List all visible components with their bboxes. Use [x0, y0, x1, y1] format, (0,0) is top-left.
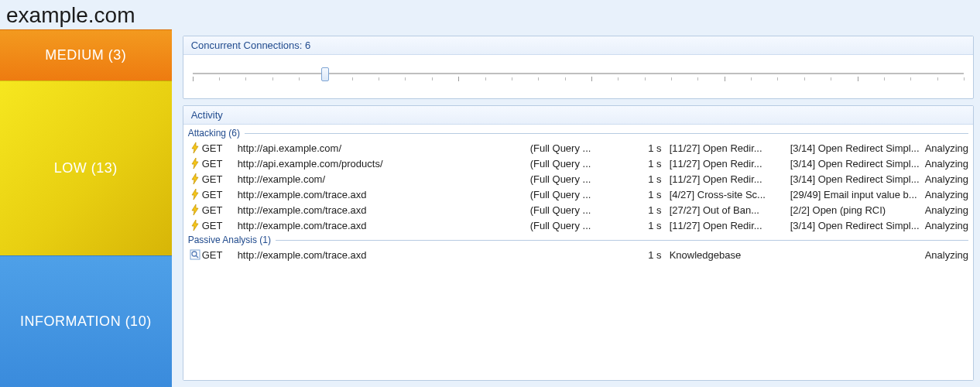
bolt-icon [188, 189, 202, 200]
page-title: example.com [0, 0, 980, 29]
group-label-text: Attacking (6) [188, 128, 240, 139]
cell-method: GET [202, 173, 238, 185]
cell-time: 1 s [634, 249, 670, 261]
severity-low[interactable]: LOW (13) [0, 80, 172, 255]
activity-row[interactable]: GEThttp://example.com/trace.axd(Full Que… [183, 187, 973, 202]
severity-medium-label: MEDIUM (3) [45, 47, 126, 63]
cell-status: Analyzing [925, 220, 968, 231]
activity-row[interactable]: GEThttp://api.example.com/(Full Query ..… [183, 140, 973, 156]
activity-row[interactable]: GEThttp://example.com/trace.axd(Full Que… [183, 202, 973, 217]
connections-slider[interactable] [193, 66, 964, 89]
cell-query: (Full Query ... [530, 158, 634, 170]
cell-status: Analyzing [925, 173, 968, 185]
severity-sidebar: MEDIUM (3) LOW (13) INFORMATION (10) [0, 29, 172, 387]
activity-row[interactable]: GEThttp://example.com/(Full Query ...1 s… [183, 171, 973, 187]
cell-time: 1 s [634, 173, 670, 185]
bolt-icon [188, 158, 202, 169]
cell-query: (Full Query ... [530, 173, 634, 185]
slider-thumb[interactable] [321, 67, 329, 81]
cell-method: GET [202, 249, 238, 261]
cell-method: GET [202, 189, 238, 200]
group-label-text: Passive Analysis (1) [188, 235, 271, 245]
cell-check2: [3/14] Open Redirect Simpl... [790, 220, 925, 231]
severity-information[interactable]: INFORMATION (10) [0, 255, 172, 387]
severity-medium[interactable]: MEDIUM (3) [0, 29, 172, 80]
cell-url: http://api.example.com/ [238, 142, 530, 154]
connections-header: Concurrent Connections: 6 [183, 36, 973, 55]
connections-panel: Concurrent Connections: 6 [183, 36, 974, 99]
cell-check1: [11/27] Open Redir... [670, 158, 790, 170]
activity-header: Activity [183, 106, 973, 125]
cell-check1: [11/27] Open Redir... [670, 173, 790, 185]
cell-method: GET [202, 142, 238, 154]
cell-status: Analyzing [925, 249, 968, 261]
svg-marker-0 [192, 142, 198, 153]
bolt-icon [188, 204, 202, 215]
cell-status: Analyzing [925, 142, 968, 154]
cell-check1: [4/27] Cross-site Sc... [670, 189, 790, 200]
cell-time: 1 s [634, 158, 670, 170]
search-icon [188, 249, 202, 260]
activity-row[interactable]: GEThttp://example.com/trace.axd(Full Que… [183, 217, 973, 233]
cell-query: (Full Query ... [530, 220, 634, 231]
group-label-attacking: Attacking (6) [183, 126, 973, 140]
cell-url: http://example.com/trace.axd [238, 249, 530, 261]
bolt-icon [188, 220, 202, 231]
svg-marker-1 [192, 158, 198, 169]
cell-status: Analyzing [925, 204, 968, 216]
svg-marker-4 [192, 204, 198, 215]
cell-url: http://example.com/trace.axd [238, 204, 530, 216]
severity-low-label: LOW (13) [54, 160, 118, 176]
group-label-passive: Passive Analysis (1) [183, 233, 973, 247]
cell-time: 1 s [634, 142, 670, 154]
cell-check1: [11/27] Open Redir... [670, 220, 790, 231]
cell-time: 1 s [634, 189, 670, 200]
cell-check1: Knowledgebase [670, 249, 790, 261]
cell-url: http://example.com/ [238, 173, 530, 185]
activity-body: Attacking (6)GEThttp://api.example.com/(… [183, 125, 973, 380]
cell-check1: [11/27] Open Redir... [670, 142, 790, 154]
cell-time: 1 s [634, 204, 670, 216]
slider-line [193, 73, 964, 74]
cell-check1: [27/27] Out of Ban... [670, 204, 790, 216]
slider-ticks [193, 77, 964, 89]
cell-query: (Full Query ... [530, 204, 634, 216]
cell-check2: [3/14] Open Redirect Simpl... [790, 158, 925, 170]
cell-method: GET [202, 158, 238, 170]
cell-time: 1 s [634, 220, 670, 231]
cell-check2: [29/49] Email input value b... [790, 189, 925, 200]
cell-status: Analyzing [925, 158, 968, 170]
cell-query: (Full Query ... [530, 189, 634, 200]
cell-url: http://api.example.com/products/ [238, 158, 530, 170]
cell-method: GET [202, 220, 238, 231]
cell-check2: [2/2] Open (ping RCI) [790, 204, 925, 216]
cell-method: GET [202, 204, 238, 216]
svg-marker-5 [192, 220, 198, 231]
activity-panel: Activity Attacking (6)GEThttp://api.exam… [183, 105, 974, 381]
cell-query: (Full Query ... [530, 142, 634, 154]
bolt-icon [188, 173, 202, 184]
svg-marker-2 [192, 173, 198, 184]
activity-row[interactable]: GEThttp://example.com/trace.axd1 sKnowle… [183, 247, 973, 262]
cell-check2: [3/14] Open Redirect Simpl... [790, 173, 925, 185]
cell-url: http://example.com/trace.axd [238, 189, 530, 200]
cell-check2: [3/14] Open Redirect Simpl... [790, 142, 925, 154]
activity-row[interactable]: GEThttp://api.example.com/products/(Full… [183, 156, 973, 171]
cell-url: http://example.com/trace.axd [238, 220, 530, 231]
svg-marker-3 [192, 189, 198, 200]
cell-status: Analyzing [925, 189, 968, 200]
bolt-icon [188, 142, 202, 153]
severity-information-label: INFORMATION (10) [20, 313, 152, 330]
